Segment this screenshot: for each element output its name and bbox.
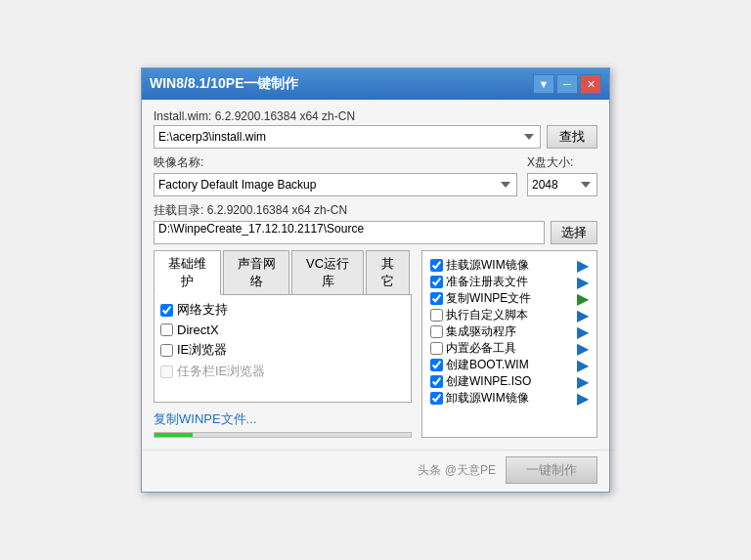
image-name-row: 映像名称: Factory Default Image Backup X盘大小:… [154,154,597,196]
tab-basic[interactable]: 基础维护 [154,250,221,295]
status-bar: 复制WINPE文件... [154,410,412,428]
arrow-icon-6[interactable]: ▶ [577,358,589,373]
label-directx: DirectX [177,323,219,337]
progress-fill [155,433,193,437]
arrow-icon-8[interactable]: ▶ [577,391,589,407]
checkbox-ie-taskbar [160,366,173,378]
right-panel: 挂载源WIM镜像 ▶ 准备注册表文件 ▶ 复制WINPE文件 [421,250,597,438]
checkbox-tools[interactable] [430,342,443,355]
checkbox-registry[interactable] [430,276,443,288]
install-wim-row: Install.wim: 6.2.9200.16384 x64 zh-CN E:… [154,109,597,149]
tab-vc[interactable]: VC运行库 [291,250,363,294]
right-item-7: 创建WINPE.ISO ▶ [430,373,589,390]
label-drivers: 集成驱动程序 [446,323,516,340]
arrow-icon-7[interactable]: ▶ [577,374,589,390]
checkbox-drivers[interactable] [430,325,443,338]
image-name-select[interactable]: Factory Default Image Backup [154,173,517,196]
left-panel: 基础维护 声音网络 VC运行库 其它 网络支持 DirectX [154,250,412,438]
right-item-2: 复制WINPE文件 ▶ [430,290,589,307]
arrow-icon-1[interactable]: ▶ [577,275,589,290]
label-registry: 准备注册表文件 [446,274,528,290]
install-wim-label: Install.wim: 6.2.9200.16384 x64 zh-CN [154,109,597,123]
label-ie: IE浏览器 [177,341,227,359]
list-item: 任务栏IE浏览器 [160,361,405,382]
checkbox-unmount-wim[interactable] [430,392,443,405]
progress-bar [154,432,412,438]
arrow-icon-3[interactable]: ▶ [577,308,589,323]
mount-path-display: D:\WinpeCreate_17.12.10.2117\Source [154,221,545,244]
right-item-6: 创建BOOT.WIM ▶ [430,357,589,373]
arrow-icon-0[interactable]: ▶ [577,258,589,274]
label-unmount-wim: 卸载源WIM镜像 [446,390,529,407]
label-winpe-iso: 创建WINPE.ISO [446,373,531,390]
label-copy-winpe: 复制WINPE文件 [446,290,531,307]
right-item-4: 集成驱动程序 ▶ [430,323,589,340]
label-custom-script: 执行自定义脚本 [446,307,528,323]
label-boot-wim: 创建BOOT.WIM [446,357,529,373]
tab-other[interactable]: 其它 [366,250,410,294]
dropdown-btn[interactable]: ▼ [533,74,554,94]
main-area: 基础维护 声音网络 VC运行库 其它 网络支持 DirectX [154,250,597,438]
checkbox-boot-wim[interactable] [430,359,443,371]
checkbox-ie[interactable] [160,344,173,357]
minimize-btn[interactable]: ─ [556,74,578,94]
main-window: WIN8/8.1/10PE一键制作 ▼ ─ ✕ Install.wim: 6.2… [141,67,610,493]
watermark-text: 头条 @天意PE [418,462,496,479]
make-button: 一键制作 [506,456,597,484]
find-button[interactable]: 查找 [547,125,597,149]
image-name-label: 映像名称: [154,154,517,171]
label-mount-wim: 挂载源WIM镜像 [446,257,529,274]
right-item-0: 挂载源WIM镜像 ▶ [430,257,589,274]
tab-content: 网络支持 DirectX IE浏览器 任务栏IE浏览器 [154,295,412,403]
list-item[interactable]: IE浏览器 [160,339,405,361]
checkbox-network[interactable] [160,304,173,317]
title-bar: WIN8/8.1/10PE一键制作 ▼ ─ ✕ [142,68,609,100]
checkbox-copy-winpe[interactable] [430,292,443,305]
bottom-bar: 头条 @天意PE 一键制作 [142,450,609,492]
checkbox-directx[interactable] [160,323,173,336]
list-item[interactable]: DirectX [160,321,405,339]
mount-dir-label: 挂载目录: 6.2.9200.16384 x64 zh-CN [154,202,597,219]
window-title: WIN8/8.1/10PE一键制作 [150,75,299,93]
tab-audio[interactable]: 声音网络 [223,250,290,294]
tab-bar: 基础维护 声音网络 VC运行库 其它 [154,250,412,295]
right-item-1: 准备注册表文件 ▶ [430,274,589,290]
install-path-select[interactable]: E:\acerp3\install.wim [154,125,541,149]
checkbox-winpe-iso[interactable] [430,375,443,388]
label-ie-taskbar: 任务栏IE浏览器 [177,363,265,380]
status-text: 复制WINPE文件... [154,410,256,428]
list-item[interactable]: 网络支持 [160,299,405,321]
right-item-5: 内置必备工具 ▶ [430,340,589,357]
label-network: 网络支持 [177,301,228,319]
size-select[interactable]: 2048 [527,173,597,196]
arrow-icon-2[interactable]: ▶ [577,291,589,307]
arrow-icon-4[interactable]: ▶ [577,324,589,340]
checkbox-custom-script[interactable] [430,309,443,322]
arrow-icon-5[interactable]: ▶ [577,341,589,357]
mount-dir-row: 挂载目录: 6.2.9200.16384 x64 zh-CN D:\WinpeC… [154,202,597,244]
window-controls: ▼ ─ ✕ [533,74,601,94]
checkbox-mount-wim[interactable] [430,259,443,272]
size-label: X盘大小: [527,154,597,171]
label-tools: 内置必备工具 [446,340,516,357]
close-btn[interactable]: ✕ [580,74,601,94]
right-item-3: 执行自定义脚本 ▶ [430,307,589,323]
select-button[interactable]: 选择 [551,221,597,244]
content-area: Install.wim: 6.2.9200.16384 x64 zh-CN E:… [142,100,609,446]
right-item-8: 卸载源WIM镜像 ▶ [430,390,589,407]
tab-list: 网络支持 DirectX IE浏览器 任务栏IE浏览器 [155,295,411,402]
